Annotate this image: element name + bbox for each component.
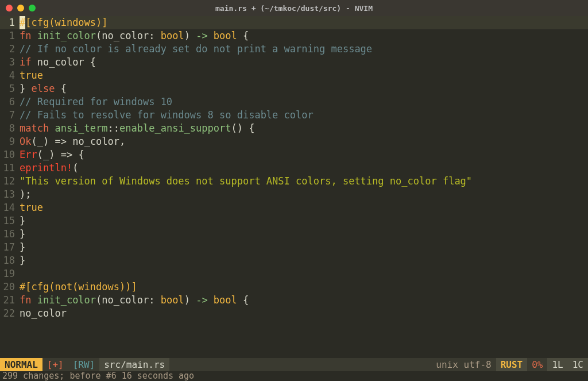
code-line[interactable]: 20#[cfg(not(windows))] (0, 280, 588, 294)
line-indicator: 1L (547, 358, 567, 371)
code-content: true (20, 69, 588, 82)
code-line[interactable]: 6// Required for windows 10 (0, 95, 588, 109)
code-content: // If no color is already set do not pri… (20, 43, 588, 56)
modified-flag: [+] (42, 358, 68, 371)
code-line[interactable]: 15} (0, 214, 588, 228)
code-content: } (20, 241, 588, 254)
code-content: // Fails to resolve for windows 8 so dis… (20, 109, 588, 122)
code-content: match ansi_term::enable_ansi_support() { (20, 122, 588, 135)
code-content: fn init_color(no_color: bool) -> bool { (20, 29, 588, 43)
code-line[interactable]: 2// If no color is already set do not pr… (0, 43, 588, 56)
code-line[interactable]: 18} (0, 254, 588, 267)
status-line: NORMAL [+] [RW] src/main.rs unix utf-8 R… (0, 358, 588, 371)
line-number: 14 (0, 201, 20, 214)
line-number: 4 (0, 69, 20, 82)
code-content: no_color (20, 307, 588, 320)
code-content (20, 267, 588, 280)
mode-indicator: NORMAL (0, 358, 42, 371)
line-number: 8 (0, 122, 20, 135)
code-content: Err(_) => { (20, 148, 588, 161)
code-line[interactable]: 4true (0, 69, 588, 82)
code-content: } (20, 214, 588, 228)
code-line[interactable]: 3if no_color { (0, 56, 588, 69)
line-number: 19 (0, 267, 20, 280)
traffic-lights (6, 5, 36, 11)
line-number: 7 (0, 109, 20, 122)
code-line[interactable]: 21fn init_color(no_color: bool) -> bool … (0, 294, 588, 307)
command-line: 299 changes; before #6 16 seconds ago (0, 371, 588, 381)
code-line[interactable]: 19 (0, 267, 588, 280)
file-path: src/main.rs (99, 358, 169, 371)
code-content: if no_color { (20, 56, 588, 69)
encoding: unix utf-8 (431, 358, 496, 371)
code-line[interactable]: 11eprintln!( (0, 161, 588, 175)
code-content: #[cfg(windows)] (20, 16, 588, 29)
line-number: 1 (0, 16, 20, 29)
line-number: 15 (0, 214, 20, 228)
code-content: #[cfg(not(windows))] (20, 280, 588, 294)
line-number: 11 (0, 161, 20, 175)
code-line[interactable]: 5} else { (0, 82, 588, 95)
code-line[interactable]: 12"This version of Windows does not supp… (0, 175, 588, 188)
code-line[interactable]: 17} (0, 241, 588, 254)
line-number: 12 (0, 175, 20, 188)
code-line[interactable]: 9Ok(_) => no_color, (0, 135, 588, 148)
line-number: 13 (0, 188, 20, 201)
code-content: } (20, 254, 588, 267)
code-line[interactable]: 16} (0, 228, 588, 241)
line-number: 1 (0, 29, 20, 43)
readwrite-flag: [RW] (68, 358, 100, 371)
code-line[interactable]: 14true (0, 201, 588, 214)
line-number: 17 (0, 241, 20, 254)
minimize-icon[interactable] (17, 5, 24, 11)
window-titlebar: main.rs + (~/tmkoc/dust/src) - NVIM (0, 0, 588, 16)
code-content: } (20, 228, 588, 241)
line-number: 3 (0, 56, 20, 69)
line-number: 2 (0, 43, 20, 56)
line-number: 20 (0, 280, 20, 294)
code-content: } else { (20, 82, 588, 95)
close-icon[interactable] (6, 5, 13, 11)
code-content: Ok(_) => no_color, (20, 135, 588, 148)
line-number: 22 (0, 307, 20, 320)
code-content: eprintln!( (20, 161, 588, 175)
code-content: "This version of Windows does not suppor… (20, 175, 588, 188)
cursor: # (20, 16, 25, 29)
line-number: 10 (0, 148, 20, 161)
code-content: true (20, 201, 588, 214)
code-line[interactable]: 1fn init_color(no_color: bool) -> bool { (0, 29, 588, 43)
code-line[interactable]: 7// Fails to resolve for windows 8 so di… (0, 109, 588, 122)
line-number: 9 (0, 135, 20, 148)
col-indicator: 1C (568, 358, 588, 371)
line-number: 16 (0, 228, 20, 241)
zoom-icon[interactable] (29, 5, 36, 11)
code-line[interactable]: 1#[cfg(windows)] (0, 16, 588, 29)
code-content: // Required for windows 10 (20, 95, 588, 109)
code-content: ); (20, 188, 588, 201)
line-number: 5 (0, 82, 20, 95)
window-title: main.rs + (~/tmkoc/dust/src) - NVIM (0, 2, 588, 15)
code-line[interactable]: 22no_color (0, 307, 588, 320)
line-number: 18 (0, 254, 20, 267)
line-number: 6 (0, 95, 20, 109)
code-line[interactable]: 8match ansi_term::enable_ansi_support() … (0, 122, 588, 135)
line-number: 21 (0, 294, 20, 307)
code-line[interactable]: 13); (0, 188, 588, 201)
scroll-percent: 0% (527, 358, 547, 371)
filetype: RUST (496, 358, 528, 371)
code-line[interactable]: 10Err(_) => { (0, 148, 588, 161)
editor-area[interactable]: 1#[cfg(windows)]1fn init_color(no_color:… (0, 16, 588, 358)
code-content: fn init_color(no_color: bool) -> bool { (20, 294, 588, 307)
